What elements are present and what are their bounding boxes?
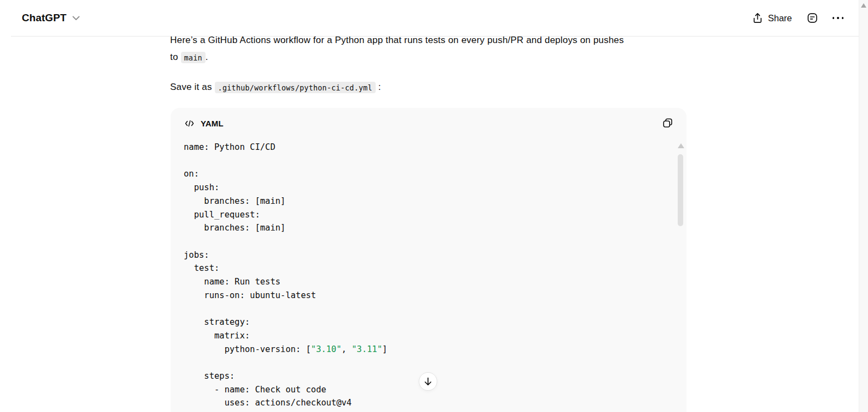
top-bar-actions: Share (752, 12, 843, 24)
intro-line2-suffix: . (206, 52, 208, 62)
code-scrollbar-thumb[interactable] (678, 154, 683, 226)
code-line (184, 235, 387, 249)
share-button[interactable]: Share (752, 13, 792, 23)
code-line: uses: actions/checkout@v4 (184, 396, 387, 410)
save-as-suffix: : (378, 82, 381, 92)
code-content: name: Python CI/CD on: push: branches: [… (184, 141, 387, 410)
ellipsis-icon (833, 17, 844, 19)
assistant-paragraph-intro: Here’s a GitHub Actions workflow for a P… (170, 32, 694, 66)
canvas-button[interactable] (806, 12, 818, 24)
code-line: branches: [main] (184, 195, 387, 208)
copy-code-button[interactable] (661, 117, 674, 130)
app-title: ChatGPT (22, 12, 67, 24)
code-line: runs-on: ubuntu-latest (184, 289, 387, 302)
code-language-label: YAML (201, 119, 224, 128)
chevron-down-icon (72, 15, 80, 21)
copy-icon (662, 118, 673, 129)
window-scrollbar-up-arrow-icon[interactable] (861, 3, 866, 8)
model-switcher[interactable]: ChatGPT (22, 12, 80, 24)
code-line: strategy: (184, 316, 387, 329)
code-line: name: Run tests (184, 275, 387, 289)
code-line: - name: Check out code (184, 383, 387, 397)
scroll-to-bottom-button[interactable] (419, 372, 437, 391)
inline-code-main: main (181, 52, 206, 63)
top-bar: ChatGPT Share (0, 0, 859, 36)
code-line: name: Python CI/CD (184, 141, 387, 154)
window-scrollbar[interactable] (859, 0, 868, 412)
code-line: matrix: (184, 329, 387, 343)
arrow-down-icon (423, 377, 433, 386)
code-line (184, 154, 387, 168)
canvas-document-icon (806, 12, 818, 24)
code-line: branches: [main] (184, 221, 387, 235)
share-label: Share (768, 13, 792, 23)
code-block: YAML name: Python CI/CD on: push: branch… (171, 108, 686, 412)
code-line: pull_request: (184, 208, 387, 222)
code-line: push: (184, 181, 387, 195)
code-line: steps: (184, 369, 387, 383)
save-as-prefix: Save it as (170, 82, 215, 92)
code-language: YAML (185, 119, 224, 128)
upload-icon (752, 13, 763, 23)
chatgpt-app-window: ChatGPT Share (0, 0, 868, 412)
header-divider (11, 36, 859, 37)
code-scrollbar-up-arrow-icon[interactable] (678, 143, 684, 148)
intro-line2-prefix: to (170, 52, 181, 62)
code-line: test: (184, 262, 387, 275)
more-options-button[interactable] (833, 17, 844, 19)
code-line: on: (184, 167, 387, 181)
code-line: jobs: (184, 249, 387, 262)
assistant-paragraph-save-as: Save it as .github/workflows/python-ci-c… (170, 78, 694, 96)
code-block-header: YAML (171, 108, 686, 138)
code-line (184, 356, 387, 369)
code-line (184, 302, 387, 316)
code-line: python-version: ["3.10", "3.11"] (184, 343, 387, 356)
inline-code-filepath: .github/workflows/python-ci-cd.yml (215, 82, 376, 93)
code-icon (185, 120, 194, 127)
